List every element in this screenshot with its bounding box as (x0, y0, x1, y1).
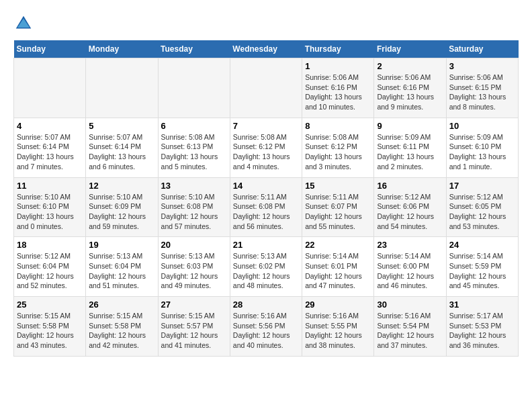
cell-week4-day6: 24Sunrise: 5:14 AMSunset: 5:59 PMDayligh… (446, 237, 518, 297)
day-number: 25 (17, 300, 83, 310)
day-content: Sunrise: 5:13 AMSunset: 6:03 PMDaylight:… (161, 251, 227, 291)
day-content: Sunrise: 5:09 AMSunset: 6:11 PMDaylight:… (377, 132, 443, 172)
cell-week3-day6: 17Sunrise: 5:12 AMSunset: 6:05 PMDayligh… (446, 177, 518, 237)
day-number: 19 (89, 240, 154, 250)
day-number: 16 (377, 181, 443, 191)
cell-week5-day3: 28Sunrise: 5:16 AMSunset: 5:56 PMDayligh… (230, 297, 302, 357)
day-number: 1 (305, 61, 371, 71)
cell-week5-day2: 27Sunrise: 5:15 AMSunset: 5:57 PMDayligh… (158, 297, 230, 357)
cell-week3-day2: 13Sunrise: 5:10 AMSunset: 6:08 PMDayligh… (158, 177, 230, 237)
day-number: 6 (161, 121, 227, 131)
day-number: 12 (89, 181, 154, 191)
day-number: 23 (377, 240, 443, 250)
day-number: 26 (89, 300, 154, 310)
week-row-3: 11Sunrise: 5:10 AMSunset: 6:10 PMDayligh… (14, 177, 519, 237)
cell-week1-day4: 1Sunrise: 5:06 AMSunset: 6:16 PMDaylight… (302, 58, 374, 118)
day-number: 15 (305, 181, 371, 191)
cell-week2-day1: 5Sunrise: 5:07 AMSunset: 6:14 PMDaylight… (86, 118, 158, 177)
day-number: 10 (449, 121, 515, 131)
day-number: 22 (305, 240, 371, 250)
cell-week4-day2: 20Sunrise: 5:13 AMSunset: 6:03 PMDayligh… (158, 237, 230, 297)
cell-week5-day6: 31Sunrise: 5:17 AMSunset: 5:53 PMDayligh… (446, 297, 518, 357)
day-content: Sunrise: 5:14 AMSunset: 6:00 PMDaylight:… (377, 251, 443, 291)
header-wednesday: Wednesday (230, 40, 302, 58)
day-content: Sunrise: 5:16 AMSunset: 5:55 PMDaylight:… (305, 311, 371, 351)
logo-icon (13, 13, 34, 34)
cell-week2-day6: 10Sunrise: 5:09 AMSunset: 6:10 PMDayligh… (446, 118, 518, 177)
day-content: Sunrise: 5:10 AMSunset: 6:09 PMDaylight:… (89, 192, 154, 232)
header-tuesday: Tuesday (158, 40, 230, 58)
week-row-5: 25Sunrise: 5:15 AMSunset: 5:58 PMDayligh… (14, 297, 519, 357)
cell-week2-day0: 4Sunrise: 5:07 AMSunset: 6:14 PMDaylight… (14, 118, 86, 177)
day-content: Sunrise: 5:16 AMSunset: 5:56 PMDaylight:… (233, 311, 299, 351)
day-content: Sunrise: 5:08 AMSunset: 6:13 PMDaylight:… (161, 132, 227, 172)
calendar-body: 1Sunrise: 5:06 AMSunset: 6:16 PMDaylight… (14, 58, 519, 357)
day-content: Sunrise: 5:12 AMSunset: 6:04 PMDaylight:… (17, 251, 83, 291)
header (13, 13, 519, 34)
day-number: 27 (161, 300, 227, 310)
day-content: Sunrise: 5:14 AMSunset: 5:59 PMDaylight:… (449, 251, 515, 291)
day-number: 2 (377, 61, 443, 71)
day-number: 4 (17, 121, 83, 131)
day-content: Sunrise: 5:06 AMSunset: 6:15 PMDaylight:… (449, 73, 515, 112)
day-content: Sunrise: 5:11 AMSunset: 6:08 PMDaylight:… (233, 192, 299, 232)
cell-week4-day5: 23Sunrise: 5:14 AMSunset: 6:00 PMDayligh… (374, 237, 446, 297)
day-number: 31 (449, 300, 515, 310)
header-saturday: Saturday (446, 40, 518, 58)
cell-week3-day3: 14Sunrise: 5:11 AMSunset: 6:08 PMDayligh… (230, 177, 302, 237)
day-number: 11 (17, 181, 83, 191)
week-row-2: 4Sunrise: 5:07 AMSunset: 6:14 PMDaylight… (14, 118, 519, 177)
header-friday: Friday (374, 40, 446, 58)
day-number: 14 (233, 181, 299, 191)
header-row: SundayMondayTuesdayWednesdayThursdayFrid… (14, 40, 519, 58)
day-content: Sunrise: 5:06 AMSunset: 6:16 PMDaylight:… (305, 73, 371, 112)
day-number: 20 (161, 240, 227, 250)
header-thursday: Thursday (302, 40, 374, 58)
day-number: 29 (305, 300, 371, 310)
day-content: Sunrise: 5:10 AMSunset: 6:10 PMDaylight:… (17, 192, 83, 232)
day-content: Sunrise: 5:15 AMSunset: 5:58 PMDaylight:… (17, 311, 83, 351)
header-sunday: Sunday (14, 40, 86, 58)
cell-week2-day3: 7Sunrise: 5:08 AMSunset: 6:12 PMDaylight… (230, 118, 302, 177)
cell-week1-day5: 2Sunrise: 5:06 AMSunset: 6:16 PMDaylight… (374, 58, 446, 118)
day-content: Sunrise: 5:07 AMSunset: 6:14 PMDaylight:… (17, 132, 83, 172)
day-content: Sunrise: 5:17 AMSunset: 5:53 PMDaylight:… (449, 311, 515, 351)
day-number: 5 (89, 121, 154, 131)
logo (13, 13, 36, 34)
day-number: 24 (449, 240, 515, 250)
day-content: Sunrise: 5:07 AMSunset: 6:14 PMDaylight:… (89, 132, 154, 172)
day-number: 28 (233, 300, 299, 310)
day-content: Sunrise: 5:11 AMSunset: 6:07 PMDaylight:… (305, 192, 371, 232)
day-content: Sunrise: 5:15 AMSunset: 5:57 PMDaylight:… (161, 311, 227, 351)
day-content: Sunrise: 5:16 AMSunset: 5:54 PMDaylight:… (377, 311, 443, 351)
cell-week2-day2: 6Sunrise: 5:08 AMSunset: 6:13 PMDaylight… (158, 118, 230, 177)
day-number: 21 (233, 240, 299, 250)
day-content: Sunrise: 5:14 AMSunset: 6:01 PMDaylight:… (305, 251, 371, 291)
cell-week4-day0: 18Sunrise: 5:12 AMSunset: 6:04 PMDayligh… (14, 237, 86, 297)
cell-week1-day6: 3Sunrise: 5:06 AMSunset: 6:15 PMDaylight… (446, 58, 518, 118)
day-content: Sunrise: 5:08 AMSunset: 6:12 PMDaylight:… (305, 132, 371, 172)
cell-week3-day5: 16Sunrise: 5:12 AMSunset: 6:06 PMDayligh… (374, 177, 446, 237)
week-row-4: 18Sunrise: 5:12 AMSunset: 6:04 PMDayligh… (14, 237, 519, 297)
day-content: Sunrise: 5:09 AMSunset: 6:10 PMDaylight:… (449, 132, 515, 172)
cell-week1-day1 (86, 58, 158, 118)
cell-week3-day1: 12Sunrise: 5:10 AMSunset: 6:09 PMDayligh… (86, 177, 158, 237)
day-number: 17 (449, 181, 515, 191)
calendar-header: SundayMondayTuesdayWednesdayThursdayFrid… (14, 40, 519, 58)
cell-week2-day4: 8Sunrise: 5:08 AMSunset: 6:12 PMDaylight… (302, 118, 374, 177)
day-content: Sunrise: 5:06 AMSunset: 6:16 PMDaylight:… (377, 73, 443, 112)
cell-week5-day5: 30Sunrise: 5:16 AMSunset: 5:54 PMDayligh… (374, 297, 446, 357)
day-number: 7 (233, 121, 299, 131)
calendar-table: SundayMondayTuesdayWednesdayThursdayFrid… (13, 40, 519, 357)
cell-week4-day3: 21Sunrise: 5:13 AMSunset: 6:02 PMDayligh… (230, 237, 302, 297)
day-number: 8 (305, 121, 371, 131)
cell-week1-day3 (230, 58, 302, 118)
cell-week1-day2 (158, 58, 230, 118)
day-content: Sunrise: 5:08 AMSunset: 6:12 PMDaylight:… (233, 132, 299, 172)
day-number: 3 (449, 61, 515, 71)
cell-week4-day4: 22Sunrise: 5:14 AMSunset: 6:01 PMDayligh… (302, 237, 374, 297)
cell-week5-day1: 26Sunrise: 5:15 AMSunset: 5:58 PMDayligh… (86, 297, 158, 357)
day-number: 30 (377, 300, 443, 310)
cell-week5-day0: 25Sunrise: 5:15 AMSunset: 5:58 PMDayligh… (14, 297, 86, 357)
header-monday: Monday (86, 40, 158, 58)
